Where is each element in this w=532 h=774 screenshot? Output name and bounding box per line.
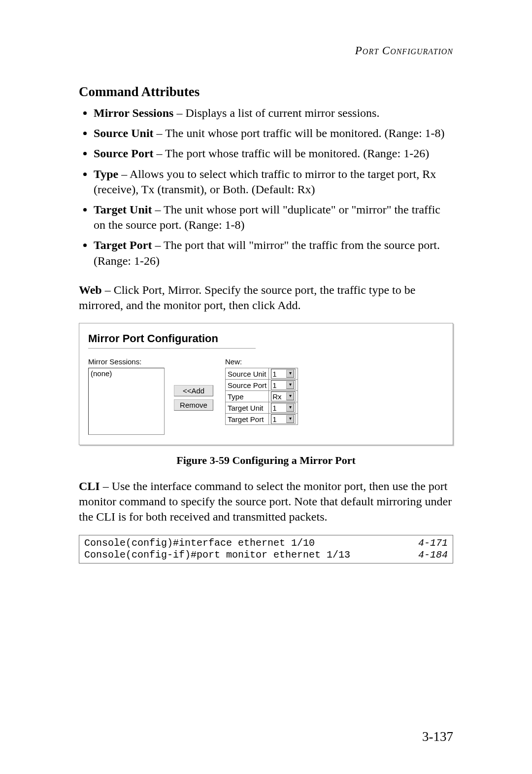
figure-caption: Figure 3-59 Configuring a Mirror Port <box>79 454 453 467</box>
source-port-label: Source Port <box>226 380 269 391</box>
cli-label: CLI <box>79 480 100 493</box>
web-label: Web <box>79 283 102 296</box>
panel-rule <box>88 348 256 349</box>
attr-term: Source Port <box>94 147 154 160</box>
cli-cmd: Console(config)#interface ethernet 1/10 <box>84 537 315 549</box>
section-title: Command Attributes <box>79 84 453 100</box>
mirror-sessions-list[interactable]: (none) <box>88 368 165 435</box>
attr-desc: – Displays a list of current mirror sess… <box>173 106 379 119</box>
running-head: Port Configuration <box>79 44 453 57</box>
type-label: Type <box>226 391 269 402</box>
attr-term: Type <box>94 168 118 180</box>
source-port-select[interactable]: 1▾ <box>271 380 296 390</box>
attr-item: Source Port – The port whose traffic wil… <box>94 146 453 161</box>
remove-button[interactable]: Remove <box>174 399 213 411</box>
attr-term: Target Unit <box>94 203 152 216</box>
attr-desc: – The unit whose port traffic will be mo… <box>154 127 445 140</box>
target-port-value: 1 <box>272 415 276 423</box>
attr-term: Mirror Sessions <box>94 106 173 119</box>
chevron-down-icon: ▾ <box>286 415 294 423</box>
cli-line: Console(config-if)#port monitor ethernet… <box>84 549 448 561</box>
attr-desc: – Allows you to select which traffic to … <box>94 168 436 196</box>
chevron-down-icon: ▾ <box>286 392 294 400</box>
type-value: Rx <box>272 392 281 401</box>
target-unit-value: 1 <box>272 404 276 412</box>
target-port-select[interactable]: 1▾ <box>271 414 296 424</box>
cli-ref: 4-184 <box>418 549 448 561</box>
web-text: – Click Port, Mirror. Specify the source… <box>79 283 415 312</box>
attr-term: Target Port <box>94 239 152 251</box>
attr-item: Mirror Sessions – Displays a list of cur… <box>94 106 453 121</box>
source-port-value: 1 <box>272 381 276 389</box>
chevron-down-icon: ▾ <box>286 404 294 412</box>
web-paragraph: Web – Click Port, Mirror. Specify the so… <box>79 282 453 313</box>
source-unit-value: 1 <box>272 370 276 378</box>
chevron-down-icon: ▾ <box>286 381 294 389</box>
attr-item: Target Unit – The unit whose port will "… <box>94 202 453 233</box>
cli-text: – Use the interface command to select th… <box>79 480 452 523</box>
type-select[interactable]: Rx▾ <box>271 391 296 401</box>
attr-item: Source Unit – The unit whose port traffi… <box>94 126 453 141</box>
cli-ref: 4-171 <box>418 537 448 549</box>
page-number: 3-137 <box>422 729 453 744</box>
cli-paragraph: CLI – Use the interface command to selec… <box>79 479 453 525</box>
target-port-label: Target Port <box>226 414 269 425</box>
command-attributes-list: Mirror Sessions – Displays a list of cur… <box>79 106 453 269</box>
attr-item: Target Port – The port that will "mirror… <box>94 238 453 268</box>
cli-line: Console(config)#interface ethernet 1/10 … <box>84 537 448 549</box>
chevron-down-icon: ▾ <box>286 370 294 378</box>
target-unit-label: Target Unit <box>226 402 269 414</box>
panel-title: Mirror Port Configuration <box>88 332 444 345</box>
new-label: New: <box>225 357 298 366</box>
cli-cmd: Console(config-if)#port monitor ethernet… <box>84 549 350 561</box>
attr-term: Source Unit <box>94 127 154 140</box>
add-button[interactable]: <<Add <box>174 385 213 396</box>
mirror-port-config-panel: Mirror Port Configuration Mirror Session… <box>79 323 453 445</box>
mirror-sessions-value: (none) <box>91 369 112 378</box>
source-unit-select[interactable]: 1▾ <box>271 369 296 379</box>
mirror-sessions-label: Mirror Sessions: <box>88 357 162 366</box>
source-unit-label: Source Unit <box>226 368 269 380</box>
target-unit-select[interactable]: 1▾ <box>271 403 296 413</box>
attr-desc: – The port whose traffic will be monitor… <box>154 147 430 160</box>
attr-item: Type – Allows you to select which traffi… <box>94 167 453 197</box>
new-config-table: Source Unit 1▾ Source Port 1▾ Type Rx▾ T… <box>225 368 298 425</box>
cli-box: Console(config)#interface ethernet 1/10 … <box>79 535 453 563</box>
